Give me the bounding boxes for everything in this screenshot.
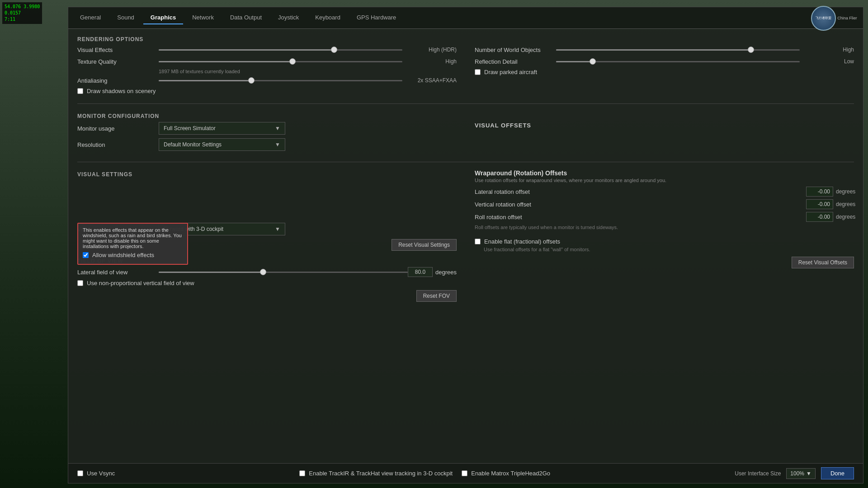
non-proportional-row: Use non-proportional vertical field of v…: [77, 280, 457, 286]
rendering-right: Number of World Objects High Reflection …: [475, 45, 854, 96]
divider-2: [77, 162, 854, 162]
vertical-rotation-input[interactable]: [806, 199, 833, 209]
world-objects-row: Number of World Objects High: [475, 45, 854, 54]
fractional-checkbox[interactable]: [475, 239, 481, 244]
monitor-section: MONITOR CONFIGURATION Monitor usage Full…: [77, 111, 854, 155]
vsync-checkbox[interactable]: [77, 470, 83, 476]
visual-effects-thumb[interactable]: [331, 47, 337, 53]
world-objects-label: Number of World Objects: [475, 47, 556, 53]
reflection-detail-track: [556, 61, 800, 62]
tab-data-output[interactable]: Data Output: [223, 11, 269, 24]
done-button[interactable]: Done: [821, 467, 854, 479]
ui-size-value: 100%: [790, 470, 804, 477]
vertical-rotation-row: Vertical rotation offset degrees: [475, 199, 854, 209]
visual-effects-value: High (HDR): [402, 47, 457, 53]
vertical-rotation-label: Vertical rotation offset: [475, 201, 806, 208]
world-objects-fill: [556, 49, 751, 51]
windshield-label[interactable]: Allow windshield effects: [92, 252, 154, 258]
texture-quality-track: [159, 61, 402, 62]
texture-sub: 1897 MB of textures currently loaded: [159, 69, 457, 74]
rendering-section: RENDERING OPTIONS Visual Effects High: [77, 34, 854, 96]
bottom-bar: Use Vsync Enable TrackIR & TrackHat view…: [68, 463, 863, 483]
resolution-value: Default Monitor Settings: [164, 141, 222, 148]
tab-sound[interactable]: Sound: [110, 11, 142, 24]
windshield-checkbox[interactable]: [83, 252, 89, 258]
visual-offsets-detail: Wraparound (Rotation) Offsets Use rotati…: [475, 169, 854, 302]
tab-general[interactable]: General: [73, 11, 108, 24]
vsync-label[interactable]: Use Vsync: [87, 470, 115, 477]
view-arrow: ▼: [275, 226, 280, 232]
visual-effects-track: [159, 49, 402, 51]
bottom-bar-mid: Enable TrackIR & TrackHat view tracking …: [115, 468, 735, 479]
main-panel: General Sound Graphics Network Data Outp…: [68, 7, 863, 483]
logo-area: 飞行者联盟 China Flier: [807, 5, 861, 32]
roll-rotation-unit: degrees: [836, 214, 854, 220]
lateral-rotation-input[interactable]: [806, 187, 833, 197]
tab-keyboard[interactable]: Keyboard: [308, 11, 348, 24]
antialiasing-thumb[interactable]: [248, 77, 255, 84]
reflection-detail-slider-wrap[interactable]: [556, 57, 800, 66]
matrox-label[interactable]: Enable Matrox TripleHead2Go: [471, 470, 550, 477]
tab-graphics[interactable]: Graphics: [143, 11, 183, 24]
tab-joystick[interactable]: Joystick: [271, 11, 306, 24]
fractional-row: Enable flat (fractional) offsets: [475, 238, 854, 245]
matrox-checkbox[interactable]: [462, 470, 467, 476]
non-proportional-checkbox[interactable]: [77, 280, 83, 286]
lateral-fov-track: [159, 272, 408, 273]
draw-shadows-label[interactable]: Draw shadows on scenery: [87, 88, 156, 94]
tab-gps-hardware[interactable]: GPS Hardware: [349, 11, 403, 24]
logo-text: 飞行者联盟: [816, 16, 831, 20]
ui-size-arrow: ▼: [806, 470, 811, 477]
stat-line3: 7:11: [5, 16, 40, 23]
resolution-select[interactable]: Default Monitor Settings ▼: [159, 138, 285, 151]
trackir-checkbox[interactable]: [299, 470, 305, 476]
lateral-fov-slider-wrap[interactable]: [159, 267, 408, 277]
reflection-detail-label: Reflection Detail: [475, 58, 556, 65]
tooltip-text: This enables effects that appear on the …: [83, 227, 183, 249]
reset-fov-button[interactable]: Reset FOV: [416, 290, 457, 302]
visual-effects-label: Visual Effects: [77, 47, 159, 53]
texture-quality-slider-wrap[interactable]: [159, 57, 402, 66]
reflection-detail-value: Low: [800, 58, 854, 65]
reflection-detail-thumb[interactable]: [590, 58, 596, 65]
reset-visual-offsets-button[interactable]: Reset Visual Offsets: [792, 257, 854, 268]
lateral-fov-input[interactable]: [408, 267, 433, 277]
bottom-bar-left: Use Vsync: [77, 468, 115, 479]
ui-size-select[interactable]: 100% ▼: [786, 468, 816, 479]
trackir-label[interactable]: Enable TrackIR & TrackHat view tracking …: [309, 470, 453, 477]
antialiasing-slider-wrap[interactable]: [159, 76, 402, 85]
world-objects-track: [556, 49, 800, 51]
rendering-left: Visual Effects High (HDR) Texture Qualit…: [77, 45, 457, 96]
draw-shadows-checkbox[interactable]: [77, 88, 83, 94]
visual-effects-slider-wrap[interactable]: [159, 45, 402, 54]
matrox-row: Enable Matrox TripleHead2Go: [462, 470, 550, 477]
fractional-desc: Use fractional offsets for a flat "wall"…: [484, 247, 854, 252]
stat-line2: 0.0157: [5, 10, 40, 16]
reset-offsets-wrap: Reset Visual Offsets: [475, 257, 854, 268]
monitor-usage-label: Monitor usage: [77, 125, 159, 132]
tab-network[interactable]: Network: [185, 11, 221, 24]
roll-rotation-input[interactable]: [806, 212, 833, 222]
visual-settings-section: VISUAL SETTINGS This enables effects tha…: [77, 169, 457, 302]
texture-quality-thumb[interactable]: [289, 58, 296, 65]
resolution-arrow: ▼: [275, 141, 280, 148]
draw-parked-checkbox[interactable]: [475, 69, 481, 75]
reflection-detail-row: Reflection Detail Low: [475, 57, 854, 66]
draw-parked-label[interactable]: Draw parked aircraft: [484, 69, 537, 75]
lateral-fov-thumb[interactable]: [260, 269, 266, 275]
monitor-left: Monitor usage Full Screen Simulator ▼ Re…: [77, 122, 457, 155]
stats-overlay: 54.076 3.9980 0.0157 7:11: [2, 2, 42, 24]
monitor-title: MONITOR CONFIGURATION: [77, 113, 854, 119]
roll-rotation-desc: Roll offsets are typically used when a m…: [475, 225, 854, 230]
non-proportional-label[interactable]: Use non-proportional vertical field of v…: [87, 280, 194, 286]
resolution-row: Resolution Default Monitor Settings ▼: [77, 138, 457, 151]
world-objects-slider-wrap[interactable]: [556, 45, 800, 54]
monitor-usage-select[interactable]: Full Screen Simulator ▼: [159, 122, 285, 135]
world-objects-thumb[interactable]: [748, 47, 754, 53]
roll-rotation-row: Roll rotation offset degrees: [475, 212, 854, 222]
fractional-label[interactable]: Enable flat (fractional) offsets: [484, 238, 560, 245]
antialiasing-value: 2x SSAA+FXAA: [402, 77, 457, 84]
reset-visual-settings-button[interactable]: Reset Visual Settings: [392, 239, 457, 251]
logo-circle: 飞行者联盟: [811, 6, 836, 31]
vsync-row: Use Vsync: [77, 470, 115, 477]
